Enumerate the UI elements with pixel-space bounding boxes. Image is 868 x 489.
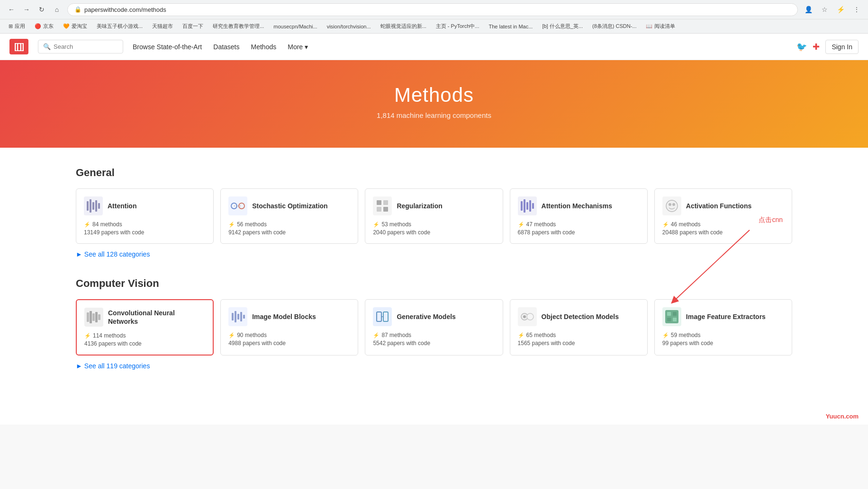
bookmark-csdn[interactable]: (8条消息) CSDN-... xyxy=(588,21,641,31)
attention-methods: ⚡ 84 methods xyxy=(84,221,206,228)
bookmark-snake[interactable]: 蛇眼视觉适应的新... xyxy=(377,21,430,31)
menu-button[interactable]: ⋮ xyxy=(850,3,863,16)
twitter-icon[interactable]: 🐦 xyxy=(796,42,807,52)
browse-sota-link[interactable]: Browse State-of-the-Art xyxy=(133,43,202,51)
svg-rect-27 xyxy=(235,311,236,322)
search-icon: 🔍 xyxy=(43,43,51,50)
arrow-right-icon-2: ► xyxy=(76,362,82,370)
svg-rect-2 xyxy=(92,202,94,210)
attention-mech-card[interactable]: Attention Mechanisms ⚡ 47 methods 6878 p… xyxy=(510,188,648,244)
browser-chrome: ← → ↻ ⌂ 🔒 paperswithcode.com/methods 👤 ☆… xyxy=(0,0,868,34)
cnn-papers: 4136 papers with code xyxy=(84,340,205,347)
search-input[interactable] xyxy=(54,43,118,50)
bookmark-youdao[interactable]: [b] 什么意思_英... xyxy=(538,21,587,31)
forward-button[interactable]: → xyxy=(20,3,33,16)
svg-point-6 xyxy=(239,203,244,209)
cnn-card[interactable]: Convolutional Neural Networks ⚡ 114 meth… xyxy=(76,299,214,356)
url-text: paperswithcode.com/methods xyxy=(84,6,791,13)
arrow-right-icon: ► xyxy=(76,250,82,258)
image-feat-papers: 99 papers with code xyxy=(662,340,784,347)
bookmark-vision[interactable]: vision/torchvision... xyxy=(323,22,375,31)
datasets-link[interactable]: Datasets xyxy=(213,43,239,51)
cnn-methods: ⚡ 114 methods xyxy=(84,332,205,339)
sign-in-button[interactable]: Sign In xyxy=(825,40,859,54)
stochastic-card-stats: ⚡ 56 methods 9142 papers with code xyxy=(228,221,350,236)
general-see-all-link[interactable]: ► See all 128 categories xyxy=(76,250,150,258)
activation-papers: 20488 papers with code xyxy=(662,229,784,236)
bookmark-button[interactable]: ☆ xyxy=(818,3,831,16)
svg-rect-16 xyxy=(532,203,534,209)
search-box[interactable]: 🔍 xyxy=(38,40,123,53)
svg-rect-9 xyxy=(383,200,388,205)
cv-see-all-link[interactable]: ► See all 119 categories xyxy=(76,362,150,370)
refresh-button[interactable]: ↻ xyxy=(35,3,48,16)
activation-card[interactable]: Activation Functions ⚡ 46 methods 20488 … xyxy=(654,188,792,244)
extensions-button[interactable]: ⚡ xyxy=(834,3,847,16)
bookmark-baidu[interactable]: 百度一下 xyxy=(179,21,207,31)
svg-point-36 xyxy=(523,315,526,318)
image-model-card[interactable]: Image Model Blocks ⚡ 90 methods 4988 pap… xyxy=(220,299,358,356)
bookmark-tmall[interactable]: 天猫超市 xyxy=(148,21,177,31)
bookmark-mouse[interactable]: mousecpn/Machi... xyxy=(270,22,321,31)
bookmark-apps[interactable]: ⊞ 应用 xyxy=(5,21,29,31)
methods-icon: ⚡ xyxy=(84,222,90,228)
apps-icon: ⊞ xyxy=(9,23,13,29)
stochastic-card-name: Stochastic Optimization xyxy=(252,202,327,210)
activation-card-header: Activation Functions xyxy=(662,196,784,215)
cv-section-title: Computer Vision xyxy=(76,277,792,290)
svg-rect-26 xyxy=(232,313,234,320)
regularization-card[interactable]: Regularization ⚡ 53 methods 2040 papers … xyxy=(365,188,503,244)
back-button[interactable]: ← xyxy=(5,3,18,16)
image-feat-card-header: Image Feature Extractors xyxy=(662,307,784,326)
svg-rect-10 xyxy=(377,207,381,212)
plus-icon[interactable]: ✚ xyxy=(813,42,820,52)
stochastic-card[interactable]: Stochastic Optimization ⚡ 56 methods 914… xyxy=(220,188,358,244)
svg-rect-0 xyxy=(87,201,89,211)
home-button[interactable]: ⌂ xyxy=(50,3,63,16)
svg-rect-41 xyxy=(673,318,677,321)
bookmark-education[interactable]: 研究生教育教学管理... xyxy=(209,21,268,31)
more-dropdown[interactable]: More ▾ xyxy=(288,43,308,51)
user-profile-button[interactable]: 👤 xyxy=(802,3,815,16)
image-model-papers: 4988 papers with code xyxy=(228,340,350,347)
svg-point-17 xyxy=(666,200,678,212)
svg-rect-12 xyxy=(521,201,523,211)
methods-link[interactable]: Methods xyxy=(251,43,277,51)
svg-rect-15 xyxy=(529,200,531,212)
image-feat-card[interactable]: Image Feature Extractors ⚡ 59 methods 99… xyxy=(654,299,792,356)
svg-rect-25 xyxy=(98,314,100,320)
svg-rect-30 xyxy=(243,315,245,319)
attention-card[interactable]: Attention ⚡ 84 methods 13149 papers with… xyxy=(76,188,214,244)
object-detection-card[interactable]: Object Detection Models ⚡ 65 methods 156… xyxy=(510,299,648,356)
bookmark-pytorch[interactable]: 主页 - PyTorch中... xyxy=(432,21,483,31)
nav-links: Browse State-of-the-Art Datasets Methods… xyxy=(133,43,787,51)
attention-card-name: Attention xyxy=(108,202,136,210)
methods-icon-5: ⚡ xyxy=(662,222,669,228)
bookmark-reading[interactable]: 📖 阅读清单 xyxy=(642,21,679,31)
bookmark-jd[interactable]: 🔴 京东 xyxy=(31,21,57,31)
svg-rect-24 xyxy=(95,312,98,322)
svg-point-19 xyxy=(672,203,675,206)
image-model-card-header: Image Model Blocks xyxy=(228,307,350,326)
address-bar[interactable]: 🔒 paperswithcode.com/methods xyxy=(67,3,798,16)
svg-rect-22 xyxy=(90,311,92,323)
svg-rect-13 xyxy=(524,199,525,213)
attention-card-header: Attention xyxy=(84,196,206,215)
object-detection-papers: 1565 papers with code xyxy=(518,340,640,347)
cnn-icon xyxy=(84,308,103,327)
image-feat-icon xyxy=(662,307,681,326)
general-section: General At xyxy=(76,167,792,258)
svg-rect-21 xyxy=(87,312,89,322)
generative-card[interactable]: Generative Models ⚡ 87 methods 5542 pape… xyxy=(365,299,503,356)
bookmark-mac[interactable]: The latest in Mac... xyxy=(485,22,536,31)
activation-card-name: Activation Functions xyxy=(686,202,751,210)
attention-mech-icon xyxy=(518,196,537,215)
bookmark-taobao[interactable]: 🧡 爱淘宝 xyxy=(59,21,91,31)
site-logo[interactable]: [[]] xyxy=(9,39,28,54)
bookmark-game[interactable]: 美味五子棋小游戏... xyxy=(93,21,146,31)
cv-section: 点击cnn Computer Vision xyxy=(76,277,792,370)
regularization-papers: 2040 papers with code xyxy=(373,229,495,236)
hero-subtitle: 1,814 machine learning components xyxy=(9,111,859,119)
taobao-icon: 🧡 xyxy=(63,23,70,29)
svg-rect-40 xyxy=(667,318,671,321)
